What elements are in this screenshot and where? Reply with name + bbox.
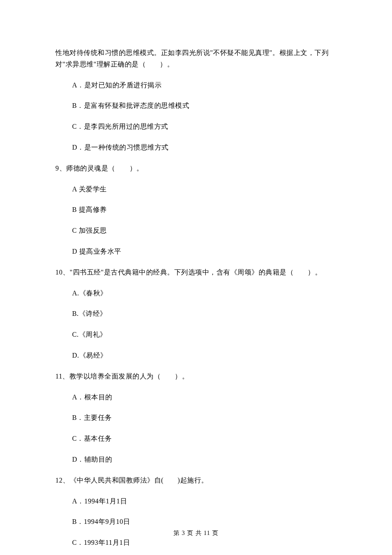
q9-option-b: B 提高修养 [55,205,339,215]
q12-stem: 12、《中华人民共和国教师法》自( )起施行。 [55,475,339,486]
q11-option-c: C．基本任务 [55,434,339,444]
q10-option-b: B.《诗经》 [55,309,339,319]
passage-line-1: 性地对待传统和习惯的思维模式。正如李四光所说"不怀疑不能见真理"。根据上文，下列 [55,48,339,58]
q12-option-c: C．1993年11月1日 [55,538,339,548]
q9-stem: 9、师德的灵魂是（ ）。 [55,163,339,174]
q12-option-b: B．1994年9月10日 [55,517,339,527]
q10-option-d: D.《易经》 [55,350,339,361]
q9-option-a: A 关爱学生 [55,184,339,195]
q9-option-c: C 加强反思 [55,225,339,236]
q10-option-c: C.《周礼》 [55,330,339,340]
page-footer: 第 3 页 共 11 页 [0,529,392,537]
q11-option-b: B．主要任务 [55,413,339,423]
q11-option-a: A．根本目的 [55,392,339,403]
q9-option-d: D 提高业务水平 [55,246,339,257]
q10-stem: 10、"四书五经"是古代典籍中的经典。下列选项中，含有《周颂》的典籍是（ ）。 [55,267,339,278]
q11-stem: 11、教学以培养全面发展的人为（ ）。 [55,371,339,382]
document-page: 性地对待传统和习惯的思维模式。正如李四光所说"不怀疑不能见真理"。根据上文，下列… [0,0,392,555]
passage-line-2: 对"求异思维"理解正确的是（ ）。 [55,59,339,70]
q10-option-a: A.《春秋》 [55,288,339,299]
q8-option-a: A．是对已知的矛盾进行揭示 [55,80,339,91]
q12-option-a: A．1994年1月1日 [55,496,339,507]
q8-option-c: C．是李四光所用过的思维方式 [55,121,339,132]
q8-option-d: D．是一种传统的习惯思维方式 [55,142,339,153]
q11-option-d: D．辅助目的 [55,454,339,465]
q8-option-b: B．是富有怀疑和批评态度的思维模式 [55,101,339,111]
